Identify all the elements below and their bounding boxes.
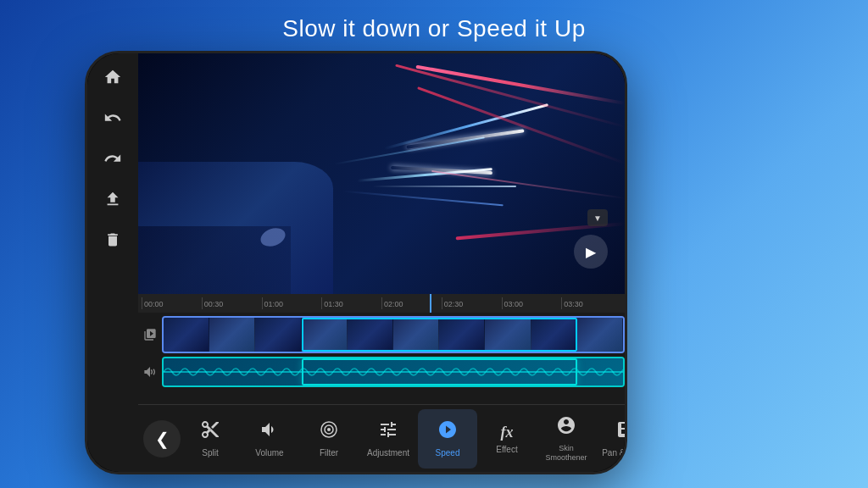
skin-label: SkinSmoothener: [545, 444, 587, 463]
audio-waveform: [164, 358, 623, 385]
toolbar-speed[interactable]: Speed: [418, 409, 477, 469]
skin-icon: [556, 415, 576, 441]
audio-track[interactable]: [162, 357, 625, 387]
ruler-100: 01:00: [262, 297, 322, 309]
redo-icon[interactable]: [97, 143, 128, 174]
undo-icon[interactable]: [97, 103, 128, 133]
thumb-6: [393, 318, 439, 352]
filter-label: Filter: [320, 448, 338, 458]
ruler-200: 02:00: [381, 297, 442, 309]
video-track-row: [142, 316, 625, 353]
timeline-ruler: 00:00 00:30 01:00 01:30 02:00 02:30 03:0…: [138, 294, 625, 313]
export-icon[interactable]: [97, 184, 128, 214]
toolbar-skin[interactable]: SkinSmoothener: [537, 409, 596, 469]
delete-icon[interactable]: [97, 225, 128, 255]
timeline-tracks: [138, 313, 625, 391]
volume-icon: [259, 419, 280, 445]
toolbar-volume[interactable]: Volume: [240, 409, 299, 469]
toolbar-split[interactable]: Split: [181, 409, 240, 469]
speed-label: Speed: [436, 448, 460, 458]
panzoom-icon: [615, 419, 625, 445]
timeline-section: 00:00 00:30 01:00 01:30 02:00 02:30 03:0…: [138, 294, 625, 404]
effect-label: Effect: [496, 445, 517, 454]
dropdown-button[interactable]: ▼: [587, 209, 608, 226]
ruler-300: 03:00: [502, 297, 562, 309]
ruler-00: 00:00: [142, 297, 202, 309]
thumb-1: [164, 318, 209, 352]
toolbar-panzoom[interactable]: Pan & Zoom: [596, 409, 625, 469]
toolbar-items: Split Volume: [181, 409, 625, 469]
thumb-7: [439, 318, 485, 352]
video-preview: ▼ ▶: [138, 53, 625, 294]
phone-screen: ▼ ▶ 00:00 00:30 01:00 01:30 02:00 02:30 …: [87, 53, 625, 472]
headline: Slow it down or Speed it Up: [0, 15, 868, 42]
video-track[interactable]: [162, 316, 625, 353]
video-thumbnails: [164, 318, 623, 352]
video-background: ▼ ▶: [138, 53, 625, 294]
audio-track-row: [142, 357, 625, 387]
adjustment-label: Adjustment: [367, 448, 409, 458]
timeline-cursor: [430, 294, 431, 313]
adjustment-icon: [378, 419, 398, 445]
phone-frame: ▼ ▶ 00:00 00:30 01:00 01:30 02:00 02:30 …: [85, 51, 627, 474]
volume-label: Volume: [255, 448, 283, 458]
speed-icon: [437, 419, 458, 445]
thumb-3: [255, 318, 301, 352]
ruler-330: 03:30: [561, 297, 621, 309]
thumb-5: [348, 318, 393, 352]
ruler-30: 00:30: [202, 297, 262, 309]
split-label: Split: [202, 448, 218, 458]
thumb-4: [302, 318, 348, 352]
panzoom-label: Pan & Zoom: [602, 448, 625, 458]
main-content: ▼ ▶ 00:00 00:30 01:00 01:30 02:00 02:30 …: [138, 53, 625, 472]
filter-icon: [319, 419, 339, 445]
bottom-toolbar: ❮ Split: [138, 404, 625, 472]
thumb-10: [577, 318, 623, 352]
ruler-230: 02:30: [442, 297, 502, 309]
thumb-9: [531, 318, 577, 352]
play-button[interactable]: ▶: [574, 235, 608, 269]
toolbar-adjustment[interactable]: Adjustment: [359, 409, 418, 469]
split-icon: [200, 419, 220, 445]
ruler-130: 01:30: [321, 297, 381, 309]
thumb-8: [485, 318, 531, 352]
svg-point-3: [327, 428, 331, 431]
back-button[interactable]: ❮: [143, 420, 181, 458]
video-track-icon: [142, 326, 159, 343]
power-btn: [625, 214, 627, 265]
home-icon[interactable]: [97, 62, 128, 92]
toolbar-effect[interactable]: fx Effect: [477, 409, 537, 469]
left-sidebar: [87, 53, 138, 472]
audio-track-icon: [142, 363, 159, 380]
effect-icon: fx: [501, 424, 514, 441]
toolbar-filter[interactable]: Filter: [299, 409, 359, 469]
thumb-2: [209, 318, 255, 352]
svg-rect-0: [164, 358, 623, 385]
ruler-marks: 00:00 00:30 01:00 01:30 02:00 02:30 03:0…: [142, 297, 621, 309]
